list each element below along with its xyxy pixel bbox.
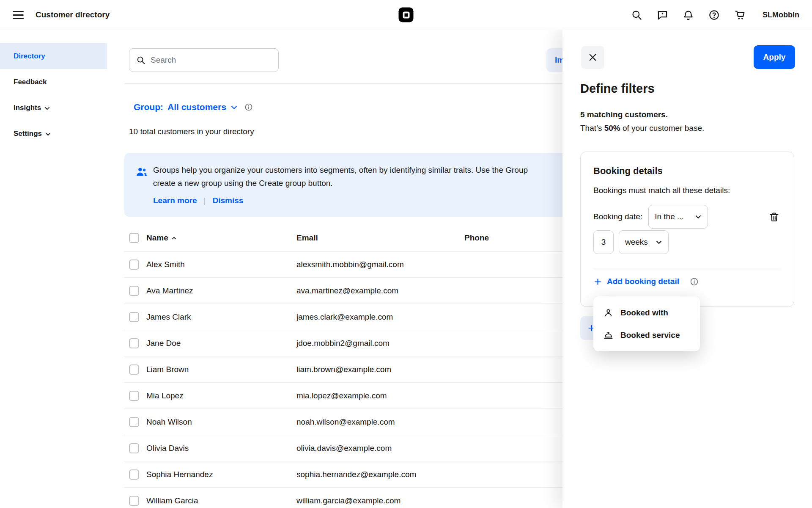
cart-icon[interactable] [734, 9, 746, 21]
unit-select[interactable]: weeks [619, 230, 669, 254]
sidebar: Directory Feedback Insights Settings [0, 30, 107, 508]
booking-date-row: Booking date: In the ... [593, 205, 781, 229]
customer-name: Olivia Davis [146, 444, 189, 453]
row-checkbox[interactable] [129, 312, 139, 322]
customer-email: jdoe.mobbin2@gmail.com [296, 339, 390, 348]
customer-name: Mia Lopez [146, 391, 184, 400]
search-icon[interactable] [631, 9, 642, 21]
panel-title: Define filters [580, 82, 655, 96]
plus-icon [593, 277, 602, 286]
top-bar: Customer directory SLMobbin [0, 0, 812, 30]
card-title: Booking details [593, 165, 781, 177]
customer-name: Sophia Hernandez [146, 470, 213, 479]
dismiss-link[interactable]: Dismiss [212, 196, 243, 205]
info-icon[interactable] [690, 277, 699, 286]
date-operator-select[interactable]: In the ... [648, 205, 708, 229]
sort-ascending-icon [171, 235, 177, 241]
service-bell-icon [604, 330, 613, 340]
group-selector[interactable]: Group: All customers [134, 102, 253, 112]
card-subtitle: Bookings must match all these details: [593, 184, 781, 197]
number-input[interactable] [593, 230, 614, 254]
matching-customers-text: 5 matching customers. [580, 110, 668, 119]
row-checkbox[interactable] [129, 469, 139, 480]
banner-line-2: create a new group using the Create grou… [153, 177, 528, 190]
page-title: Customer directory [36, 10, 110, 19]
sidebar-item-label: Insights [14, 104, 41, 112]
customer-name: William Garcia [146, 496, 198, 505]
customer-email: olivia.davis@example.com [296, 444, 392, 453]
banner-line-1: Groups help you organize your customers … [153, 163, 528, 177]
customer-email: sophia.hernandez@example.com [296, 470, 416, 479]
square-logo-icon[interactable] [399, 8, 414, 22]
column-header-email[interactable]: Email [296, 233, 318, 243]
row-checkbox[interactable] [129, 338, 139, 348]
info-icon[interactable] [244, 103, 253, 111]
banner-text: Groups help you organize your customers … [153, 163, 528, 190]
row-checkbox[interactable] [129, 286, 139, 296]
user-menu[interactable]: SLMobbin [763, 11, 799, 19]
sidebar-item-feedback[interactable]: Feedback [0, 69, 107, 95]
search-input[interactable] [151, 55, 272, 65]
sidebar-item-label: Directory [14, 52, 45, 61]
add-booking-detail-label: Add booking detail [607, 277, 679, 286]
customer-name: James Clark [146, 312, 191, 322]
customer-email: james.clark@example.com [296, 312, 393, 322]
delete-filter-button[interactable] [768, 210, 781, 223]
customer-name: Alex Smith [146, 260, 185, 269]
row-checkbox[interactable] [129, 391, 139, 401]
column-header-name[interactable]: Name [146, 233, 177, 243]
apply-button[interactable]: Apply [754, 45, 795, 69]
menu-icon[interactable] [13, 11, 24, 19]
learn-more-link[interactable]: Learn more [153, 196, 197, 205]
customer-email: liam.brown@example.com [296, 365, 391, 374]
topbar-actions: SLMobbin [631, 9, 799, 21]
close-icon [588, 52, 598, 62]
column-header-phone[interactable]: Phone [464, 233, 489, 243]
banner-links: Learn more | Dismiss [153, 196, 243, 205]
link-separator: | [203, 196, 206, 205]
customer-email: alexsmith.mobbin@gmail.com [296, 260, 404, 269]
customer-name: Liam Brown [146, 365, 189, 374]
customer-name: Ava Martinez [146, 286, 193, 295]
customer-base-text: That’s 50% of your customer base. [580, 124, 704, 133]
sidebar-item-directory[interactable]: Directory [0, 43, 107, 69]
customer-email: william.garcia@example.com [296, 496, 401, 505]
row-checkbox[interactable] [129, 260, 139, 270]
row-checkbox[interactable] [129, 364, 139, 375]
chevron-down-icon[interactable] [230, 104, 238, 111]
menu-item-booked-with[interactable]: Booked with [593, 301, 700, 324]
booking-details-card: Booking details Bookings must match all … [580, 152, 794, 307]
row-checkbox[interactable] [129, 417, 139, 427]
select-all-checkbox[interactable] [129, 233, 139, 243]
row-checkbox[interactable] [129, 496, 139, 506]
group-people-icon [135, 166, 148, 178]
messages-icon[interactable] [657, 9, 668, 21]
trash-icon [768, 211, 780, 223]
divider [593, 268, 781, 268]
define-filters-panel: Apply Define filters 5 matching customer… [562, 30, 812, 508]
chevron-down-icon [656, 239, 662, 246]
customer-email: noah.wilson@example.com [296, 417, 395, 427]
person-icon [604, 308, 613, 318]
total-customers-text: 10 total customers in your directory [129, 127, 254, 136]
customer-name: Noah Wilson [146, 417, 192, 427]
add-booking-detail[interactable]: Add booking detail [593, 275, 781, 288]
search-icon [136, 55, 145, 65]
group-label: Group: [134, 102, 163, 112]
group-value: All customers [167, 102, 226, 112]
booking-date-label: Booking date: [593, 212, 642, 221]
date-value-row: weeks [593, 230, 781, 254]
menu-item-booked-service[interactable]: Booked service [593, 324, 700, 346]
chevron-down-icon [45, 131, 51, 137]
help-icon[interactable] [708, 9, 720, 21]
close-panel-button[interactable] [581, 46, 604, 69]
row-checkbox[interactable] [129, 443, 139, 453]
sidebar-item-insights[interactable]: Insights [0, 95, 107, 121]
notifications-bell-icon[interactable] [683, 9, 694, 21]
customer-email: ava.martinez@example.com [296, 286, 398, 295]
customer-name: Jane Doe [146, 339, 181, 348]
chevron-down-icon [44, 105, 50, 111]
sidebar-item-settings[interactable]: Settings [0, 121, 107, 146]
chevron-down-icon [695, 213, 702, 220]
sidebar-item-label: Feedback [14, 78, 47, 86]
